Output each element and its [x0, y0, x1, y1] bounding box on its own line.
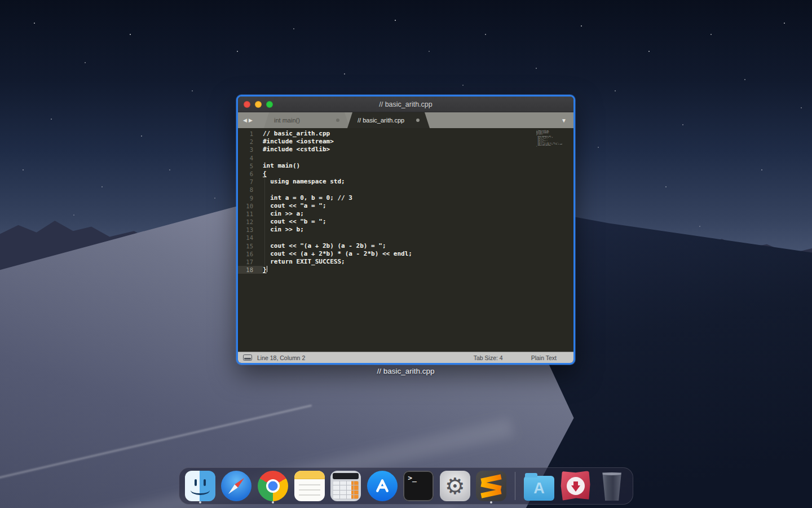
dock: >_ ⚙ A — [179, 467, 633, 505]
code-line: 6{ — [238, 170, 573, 178]
status-bar: Line 18, Column 2 Tab Size: 4 Plain Text — [238, 352, 573, 363]
finder-icon — [185, 471, 215, 501]
forward-icon[interactable]: ▶ — [249, 118, 253, 123]
terminal-icon: >_ — [403, 471, 434, 501]
code-line: 10 cout << "a = "; — [238, 202, 573, 210]
chevron-down-icon: ▼ — [561, 117, 567, 124]
dock-item-downloads[interactable] — [560, 468, 592, 503]
compass-needle — [227, 476, 246, 496]
dock-item-trash[interactable] — [596, 468, 628, 503]
dock-item-system-preferences[interactable]: ⚙ — [439, 468, 471, 503]
code-line: 12 cout << "b = "; — [238, 218, 573, 226]
sublime-text-icon — [476, 471, 506, 501]
code-line: 5int main() — [238, 162, 573, 170]
notes-icon — [294, 471, 325, 501]
stars — [0, 0, 1, 1]
code-line: 1// basic_arith.cpp — [238, 130, 573, 138]
code-line: 4 — [238, 154, 573, 162]
tab-nav-arrows: ◀ ▶ — [243, 112, 253, 128]
minimap[interactable]: // basic_arith.cpp#include <iostream>#in… — [536, 130, 562, 147]
modified-dot-icon — [336, 119, 339, 122]
gear-icon: ⚙ — [445, 475, 465, 497]
tab-overflow-menu[interactable]: ▼ — [561, 112, 567, 128]
dock-item-terminal[interactable]: >_ — [403, 468, 434, 503]
download-arrow-icon — [571, 485, 580, 492]
dock-divider — [515, 472, 515, 500]
calculator-icon — [330, 471, 361, 501]
text-cursor — [267, 266, 268, 272]
modified-dot-icon — [416, 119, 420, 122]
code-line: 15 cout << "(a + 2b) (a - 2b) = "; — [238, 242, 573, 250]
tab-bar: ◀ ▶ int main() // basic_arith.cpp ▼ — [238, 112, 573, 128]
back-icon[interactable]: ◀ — [243, 118, 247, 123]
window-title: // basic_arith.cpp — [238, 100, 573, 108]
code-line: 9 int a = 0, b = 0; // 3 — [238, 194, 573, 202]
code-editor[interactable]: 1// basic_arith.cpp2#include <iostream>3… — [238, 128, 573, 352]
tab-label: // basic_arith.cpp — [358, 117, 404, 124]
code-line: 17 return EXIT_SUCCESS; — [238, 258, 573, 266]
cursor-position: Line 18, Column 2 — [257, 354, 305, 361]
code-line: 11 cin >> a; — [238, 210, 573, 218]
code-line: 18} — [238, 266, 573, 274]
code-line: 8 — [238, 186, 573, 194]
dock-item-app-store[interactable] — [367, 468, 398, 503]
tab-label: int main() — [274, 117, 300, 124]
chrome-icon — [258, 471, 288, 501]
tab-size-selector[interactable]: Tab Size: 4 — [474, 354, 503, 361]
code-line: 14 — [238, 234, 573, 242]
dock-item-finder[interactable] — [184, 468, 216, 503]
applications-folder-icon: A — [524, 476, 554, 501]
dock-item-notes[interactable] — [294, 468, 325, 503]
window-caption: // basic_arith.cpp — [236, 367, 575, 375]
system-preferences-icon: ⚙ — [440, 471, 470, 501]
title-bar[interactable]: // basic_arith.cpp — [238, 97, 573, 112]
running-indicator — [199, 501, 201, 503]
code-line: 7 using namespace std; — [238, 178, 573, 186]
code-line: 16 cout << (a + 2*b) * (a - 2*b) << endl… — [238, 250, 573, 258]
tab-basic-arith[interactable]: // basic_arith.cpp — [347, 112, 430, 128]
code-line: 13 cin >> b; — [238, 226, 573, 234]
tabs: int main() // basic_arith.cpp — [264, 112, 430, 128]
code-line: 2#include <iostream> — [238, 138, 573, 146]
panel-toggle-icon[interactable] — [243, 354, 252, 361]
dock-item-chrome[interactable] — [257, 468, 289, 503]
dock-item-calculator[interactable] — [330, 468, 361, 503]
tab-int-main[interactable]: int main() — [264, 112, 350, 128]
sublime-text-window[interactable]: // basic_arith.cpp ◀ ▶ int main() // bas… — [236, 95, 575, 365]
syntax-selector[interactable]: Plain Text — [531, 354, 557, 361]
dock-item-applications-folder[interactable]: A — [523, 468, 555, 503]
code-line: 3#include <cstdlib> — [238, 146, 573, 154]
running-indicator — [490, 501, 492, 503]
app-store-icon — [367, 471, 398, 501]
trash-icon — [601, 472, 623, 501]
dock-item-sublime-text[interactable] — [476, 468, 508, 503]
downloads-icon — [561, 471, 591, 501]
dock-item-safari[interactable] — [221, 468, 253, 503]
safari-icon — [221, 471, 251, 501]
running-indicator — [272, 501, 274, 503]
code-lines: 1// basic_arith.cpp2#include <iostream>3… — [238, 130, 573, 274]
